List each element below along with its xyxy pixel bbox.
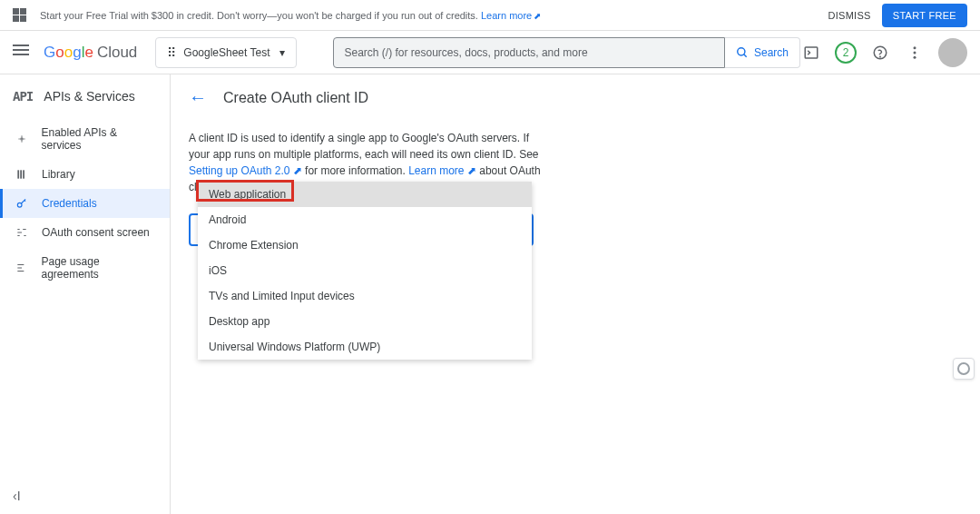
user-avatar[interactable] <box>938 38 967 67</box>
svg-rect-9 <box>17 170 19 178</box>
sidebar: API APIs & Services Enabled APIs & servi… <box>0 74 171 514</box>
sidebar-item-page-usage[interactable]: Page usage agreements <box>0 247 170 289</box>
dismiss-button[interactable]: DISMISS <box>828 10 870 21</box>
header-bar: Google Cloud ⠿ GoogleSheet Test ▾ Search… <box>0 31 980 74</box>
project-icon: ⠿ <box>167 45 176 60</box>
sidebar-item-enabled-apis[interactable]: Enabled APIs & services <box>0 118 170 160</box>
dropdown-option-desktop[interactable]: Desktop app <box>198 309 532 334</box>
chat-icon <box>957 362 970 375</box>
svg-rect-10 <box>20 170 22 178</box>
sidebar-title: APIs & Services <box>44 89 134 104</box>
google-cloud-logo[interactable]: Google Cloud <box>44 44 137 62</box>
dropdown-option-tvs[interactable]: TVs and Limited Input devices <box>198 283 532 309</box>
sidebar-collapse-button[interactable]: ‹I <box>0 478 170 514</box>
svg-rect-2 <box>805 47 818 58</box>
sidebar-item-oauth-consent[interactable]: OAuth consent screen <box>0 218 170 247</box>
header-actions: 2 <box>800 38 967 67</box>
enabled-apis-icon <box>13 133 31 145</box>
more-options-icon[interactable] <box>904 42 926 64</box>
cloud-shell-icon[interactable] <box>800 42 822 64</box>
api-icon: API <box>13 89 33 104</box>
learn-more-link[interactable]: Learn more ⬈ <box>408 164 476 177</box>
svg-point-7 <box>914 55 916 58</box>
chat-support-button[interactable] <box>953 358 975 380</box>
sidebar-item-label: Library <box>42 168 75 181</box>
project-selector[interactable]: ⠿ GoogleSheet Test ▾ <box>155 37 296 68</box>
start-free-button[interactable]: START FREE <box>882 4 967 27</box>
svg-point-6 <box>914 51 916 54</box>
sidebar-title-row[interactable]: API APIs & Services <box>0 84 170 109</box>
sidebar-item-label: Page usage agreements <box>42 255 158 281</box>
search-container: Search <box>333 37 801 68</box>
gift-icon <box>13 8 27 23</box>
dropdown-option-web-application[interactable]: Web application <box>198 182 532 207</box>
help-icon[interactable] <box>869 42 891 64</box>
svg-line-1 <box>744 54 747 56</box>
svg-point-0 <box>738 47 745 54</box>
svg-point-8 <box>21 138 23 140</box>
svg-point-12 <box>17 203 22 207</box>
key-icon <box>13 197 31 210</box>
sidebar-item-label: Credentials <box>42 197 97 210</box>
dropdown-arrow-icon: ▾ <box>279 46 285 59</box>
external-link-icon: ⬈ <box>534 11 541 21</box>
sidebar-item-label: OAuth consent screen <box>42 226 150 239</box>
external-link-icon: ⬈ <box>293 164 302 177</box>
consent-icon <box>13 226 31 239</box>
hamburger-menu-icon[interactable] <box>13 42 34 64</box>
sidebar-item-library[interactable]: Library <box>0 160 170 189</box>
page-title: Create OAuth client ID <box>223 90 368 106</box>
svg-point-5 <box>914 46 916 49</box>
search-icon <box>736 46 749 59</box>
dropdown-option-chrome-extension[interactable]: Chrome Extension <box>198 232 532 258</box>
project-name: GoogleSheet Test <box>183 46 270 59</box>
agreements-icon <box>13 262 31 274</box>
sidebar-item-credentials[interactable]: Credentials <box>0 189 170 218</box>
search-input[interactable] <box>333 37 725 68</box>
svg-point-4 <box>880 56 881 57</box>
application-type-dropdown-menu: Web application Android Chrome Extension… <box>198 182 532 360</box>
trial-banner: Start your Free Trial with $300 in credi… <box>0 0 980 31</box>
banner-learn-more-link[interactable]: Learn more⬈ <box>481 10 541 21</box>
dropdown-option-ios[interactable]: iOS <box>198 258 532 283</box>
banner-text: Start your Free Trial with $300 in credi… <box>40 10 828 21</box>
external-link-icon: ⬈ <box>467 164 476 177</box>
notifications-badge[interactable]: 2 <box>835 42 857 64</box>
back-arrow-icon[interactable]: ← <box>189 87 207 108</box>
banner-message: Start your Free Trial with $300 in credi… <box>40 10 481 21</box>
page-header: ← Create OAuth client ID <box>189 87 962 108</box>
dropdown-option-uwp[interactable]: Universal Windows Platform (UWP) <box>198 334 532 360</box>
setup-oauth-link[interactable]: Setting up OAuth 2.0 ⬈ <box>189 164 302 177</box>
dropdown-option-android[interactable]: Android <box>198 207 532 232</box>
sidebar-item-label: Enabled APIs & services <box>42 126 158 152</box>
svg-rect-11 <box>23 170 24 178</box>
search-button[interactable]: Search <box>725 37 800 68</box>
library-icon <box>13 168 31 181</box>
